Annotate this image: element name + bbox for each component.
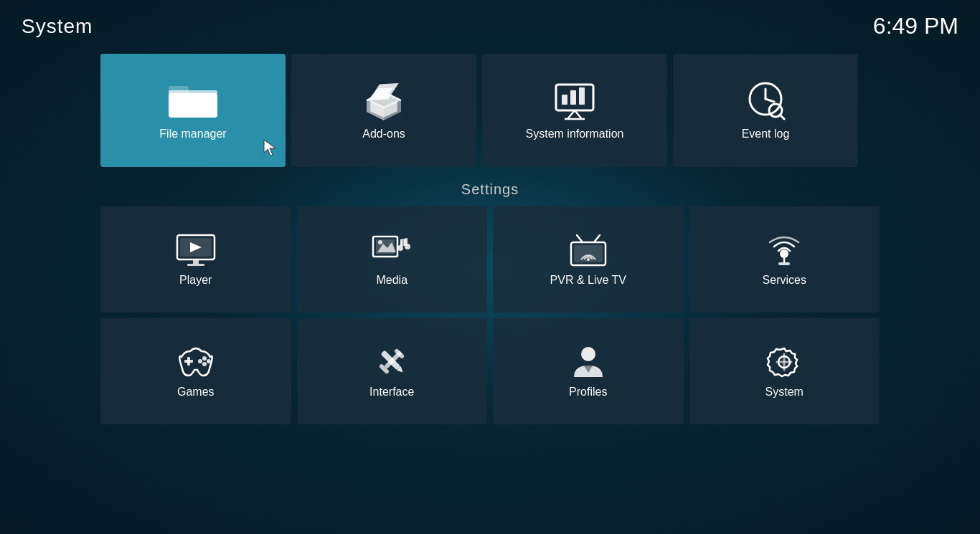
top-tiles-row: File manager bbox=[100, 54, 880, 167]
svg-point-41 bbox=[207, 359, 211, 363]
services-icon bbox=[763, 232, 806, 267]
cursor-indicator bbox=[263, 138, 278, 157]
tile-event-log-label: Event log bbox=[742, 128, 790, 140]
settings-grid: Player bbox=[100, 206, 880, 424]
event-log-icon bbox=[743, 80, 788, 120]
top-bar: System 6:49 PM bbox=[0, 0, 980, 52]
svg-line-7 bbox=[575, 110, 582, 119]
svg-rect-3 bbox=[169, 90, 217, 95]
main-content: File manager bbox=[0, 54, 980, 534]
tile-player[interactable]: Player bbox=[100, 206, 291, 313]
svg-rect-21 bbox=[187, 264, 204, 266]
svg-rect-20 bbox=[193, 259, 199, 264]
tile-system-information[interactable]: System information bbox=[482, 54, 667, 167]
folder-icon bbox=[167, 80, 219, 120]
pvr-icon bbox=[567, 232, 610, 267]
interface-icon bbox=[370, 344, 413, 378]
tile-media[interactable]: Media bbox=[297, 206, 488, 313]
tile-interface-label: Interface bbox=[369, 386, 414, 399]
svg-point-28 bbox=[405, 244, 410, 249]
tile-games[interactable]: Games bbox=[100, 318, 291, 424]
system-icon bbox=[763, 344, 806, 378]
settings-title: Settings bbox=[100, 181, 880, 198]
settings-section: Settings Playe bbox=[100, 181, 880, 424]
tile-system-information-label: System information bbox=[526, 128, 624, 140]
svg-point-42 bbox=[202, 362, 207, 366]
svg-line-32 bbox=[577, 235, 583, 242]
svg-point-43 bbox=[198, 359, 202, 363]
tile-file-manager[interactable]: File manager bbox=[100, 54, 286, 167]
app-title: System bbox=[22, 15, 93, 38]
svg-rect-10 bbox=[570, 90, 576, 105]
tile-add-ons[interactable]: Add-ons bbox=[291, 54, 476, 167]
system-info-icon bbox=[552, 80, 598, 120]
tile-interface[interactable]: Interface bbox=[297, 318, 488, 424]
svg-rect-37 bbox=[778, 262, 790, 265]
svg-point-40 bbox=[202, 356, 207, 361]
addons-icon bbox=[361, 80, 407, 120]
svg-point-27 bbox=[397, 245, 403, 251]
tile-games-label: Games bbox=[177, 386, 215, 399]
tile-player-label: Player bbox=[179, 274, 212, 287]
tile-add-ons-label: Add-ons bbox=[362, 128, 405, 140]
tile-profiles-label: Profiles bbox=[569, 386, 607, 399]
player-icon bbox=[174, 232, 217, 267]
clock: 6:49 PM bbox=[873, 13, 958, 39]
tile-pvr-live-tv[interactable]: PVR & Live TV bbox=[493, 206, 684, 313]
tile-services[interactable]: Services bbox=[689, 206, 880, 313]
svg-rect-4 bbox=[170, 95, 216, 116]
tile-system-label: System bbox=[765, 386, 804, 399]
svg-point-49 bbox=[581, 347, 595, 361]
games-icon bbox=[174, 344, 217, 378]
svg-line-33 bbox=[594, 235, 600, 242]
svg-line-15 bbox=[765, 99, 774, 102]
tile-pvr-live-tv-label: PVR & Live TV bbox=[550, 274, 626, 287]
media-icon bbox=[370, 232, 413, 267]
tile-services-label: Services bbox=[763, 274, 806, 287]
tile-profiles[interactable]: Profiles bbox=[493, 318, 684, 424]
tile-event-log[interactable]: Event log bbox=[673, 54, 858, 167]
svg-rect-39 bbox=[187, 357, 190, 366]
tile-file-manager-label: File manager bbox=[159, 128, 226, 140]
tile-system[interactable]: System bbox=[689, 318, 880, 424]
svg-point-26 bbox=[378, 240, 382, 244]
svg-point-34 bbox=[587, 258, 590, 261]
svg-line-17 bbox=[780, 115, 784, 119]
svg-line-6 bbox=[567, 110, 575, 119]
tile-media-label: Media bbox=[376, 274, 407, 287]
profiles-icon bbox=[567, 344, 610, 378]
